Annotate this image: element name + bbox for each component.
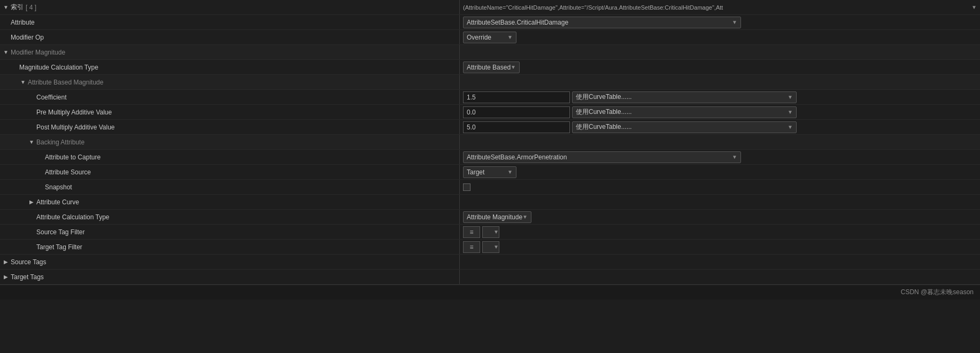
source-tags-right [460,255,980,269]
index-badge: [ 4 ] [26,4,36,11]
source-tag-filter-row: Source Tag Filter ≡ ▼ [0,225,980,240]
index-toggle[interactable]: ▼ [2,4,10,11]
source-tags-toggle[interactable]: ▶ [2,258,10,266]
modifier-op-row: Modifier Op Override ▼ [0,30,980,45]
attr-based-magnitude-right [460,75,980,89]
attribute-row: Attribute AttributeSetBase.CriticalHitDa… [0,15,980,30]
target-tag-filter-row: Target Tag Filter ≡ ▼ [0,240,980,255]
pre-multiply-row: Pre Multiply Additive Value 使用CurveTable… [0,105,980,120]
coefficient-curve-arrow: ▼ [788,94,793,100]
attribute-left: Attribute [0,15,460,29]
source-tags-left: ▶ Source Tags [0,255,460,269]
pre-multiply-right: 使用CurveTable...... ▼ [460,105,980,119]
target-tag-filter-dropdown[interactable]: ▼ [482,241,499,253]
modifier-op-value: Override [467,34,491,41]
attr-curve-left: ▶ Attribute Curve [0,195,460,209]
modifier-magnitude-label: Modifier Magnitude [11,49,65,56]
attribute-dropdown-arrow: ▼ [732,19,737,25]
backing-attribute-label: Backing Attribute [36,139,84,146]
target-tags-toggle[interactable]: ▶ [2,273,10,281]
attr-curve-row: ▶ Attribute Curve [0,195,980,210]
pre-multiply-curve-dropdown[interactable]: 使用CurveTable...... ▼ [572,106,797,118]
attribute-right: AttributeSetBase.CriticalHitDamage ▼ [460,15,980,29]
post-multiply-label: Post Multiply Additive Value [36,124,115,131]
post-multiply-row: Post Multiply Additive Value 使用CurveTabl… [0,120,980,135]
attr-source-label: Attribute Source [45,168,91,176]
source-tag-filter-icon: ≡ [469,228,473,236]
coefficient-curve-value: 使用CurveTable...... [576,93,632,102]
attr-calc-type-dropdown[interactable]: Attribute Magnitude ▼ [463,211,531,223]
pre-multiply-left: Pre Multiply Additive Value [0,105,460,119]
modifier-magnitude-toggle[interactable]: ▼ [2,49,10,56]
source-tag-filter-arrow: ▼ [493,229,499,235]
backing-attribute-left: ▼ Backing Attribute [0,135,460,149]
pre-multiply-curve-value: 使用CurveTable...... [576,108,632,117]
attr-calc-type-label: Attribute Calculation Type [36,213,110,221]
attr-calc-type-row: Attribute Calculation Type Attribute Mag… [0,210,980,225]
backing-attribute-row: ▼ Backing Attribute [0,135,980,150]
source-tag-filter-right: ≡ ▼ [460,225,980,239]
magnitude-calc-type-dropdown[interactable]: Attribute Based ▼ [463,62,520,73]
footer-text: CSDN @暮志未晚season [901,288,974,297]
main-container: ▼ 索引 [ 4 ] (AttributeName="CriticalHitDa… [0,0,980,353]
source-tag-filter-dropdown[interactable]: ▼ [482,226,499,238]
post-multiply-input[interactable] [463,121,570,133]
post-multiply-curve-arrow: ▼ [788,124,793,130]
attribute-dropdown[interactable]: AttributeSetBase.CriticalHitDamage ▼ [463,17,741,28]
snapshot-checkbox[interactable] [463,183,470,191]
source-tag-filter-left: Source Tag Filter [0,225,460,239]
pre-multiply-input[interactable] [463,106,570,118]
modifier-op-label: Modifier Op [11,34,44,41]
snapshot-label: Snapshot [45,183,72,191]
attr-to-capture-right: AttributeSetBase.ArmorPenetration ▼ [460,150,980,164]
source-tag-filter-label: Source Tag Filter [36,228,85,236]
coefficient-curve-dropdown[interactable]: 使用CurveTable...... ▼ [572,91,797,103]
pre-multiply-curve-arrow: ▼ [788,109,793,115]
attr-curve-toggle[interactable]: ▶ [28,198,35,206]
modifier-op-right: Override ▼ [460,30,980,44]
source-tag-filter-container: ≡ ▼ [463,226,499,238]
attr-path-text: (AttributeName="CriticalHitDamage",Attri… [463,4,969,11]
attr-path-expand-icon[interactable]: ▼ [971,4,977,10]
attr-to-capture-dropdown[interactable]: AttributeSetBase.ArmorPenetration ▼ [463,151,741,163]
target-tags-left: ▶ Target Tags [0,270,460,284]
target-tag-filter-container: ≡ ▼ [463,241,499,253]
target-tag-filter-box: ≡ [463,241,480,253]
attr-based-magnitude-left: ▼ Attribute Based Magnitude [0,75,460,89]
coefficient-label: Coefficient [36,94,66,101]
attr-source-left: Attribute Source [0,165,460,179]
attr-based-magnitude-row: ▼ Attribute Based Magnitude [0,75,980,90]
post-multiply-curve-dropdown[interactable]: 使用CurveTable...... ▼ [572,121,797,133]
target-tag-filter-icon: ≡ [469,243,473,251]
magnitude-calc-dropdown-arrow: ▼ [511,64,516,70]
target-tag-filter-label: Target Tag Filter [36,243,82,251]
attr-source-dropdown[interactable]: Target ▼ [463,166,516,178]
source-tags-row: ▶ Source Tags [0,255,980,270]
modifier-op-left: Modifier Op [0,30,460,44]
post-multiply-curve-value: 使用CurveTable...... [576,122,632,132]
snapshot-row: Snapshot [0,180,980,195]
modifier-op-arrow: ▼ [507,34,513,40]
target-tag-filter-arrow: ▼ [493,244,499,250]
source-tag-filter-box: ≡ [463,226,480,238]
magnitude-calc-type-left: Magnitude Calculation Type [0,60,460,74]
attribute-dropdown-value: AttributeSetBase.CriticalHitDamage [467,19,568,26]
attr-curve-right [460,195,980,209]
attr-to-capture-row: Attribute to Capture AttributeSetBase.Ar… [0,150,980,165]
coefficient-input[interactable] [463,91,570,103]
attr-source-row: Attribute Source Target ▼ [0,165,980,180]
index-label: 索引 [11,3,24,12]
source-tags-label: Source Tags [11,258,47,266]
target-tag-filter-right: ≡ ▼ [460,240,980,254]
modifier-magnitude-right [460,45,980,59]
target-tags-label: Target Tags [11,273,44,281]
target-tags-right [460,270,980,284]
post-multiply-right: 使用CurveTable...... ▼ [460,120,980,134]
post-multiply-left: Post Multiply Additive Value [0,120,460,134]
attr-calc-type-left: Attribute Calculation Type [0,210,460,224]
coefficient-left: Coefficient [0,90,460,104]
attr-to-capture-arrow: ▼ [732,154,737,160]
modifier-op-dropdown[interactable]: Override ▼ [463,32,516,43]
attr-based-magnitude-toggle[interactable]: ▼ [19,79,27,86]
backing-attribute-toggle[interactable]: ▼ [28,139,35,146]
